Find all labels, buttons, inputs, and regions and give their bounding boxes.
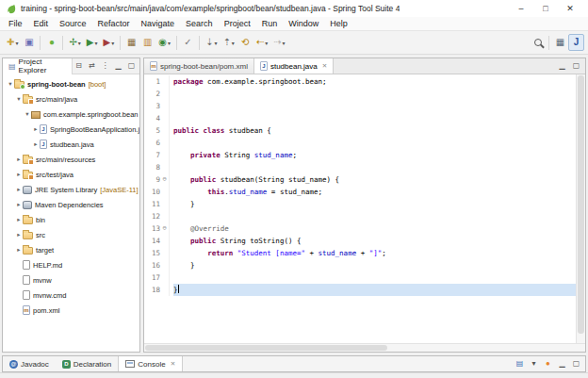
menu-source[interactable]: Source — [54, 18, 92, 29]
line-number[interactable]: 7 — [144, 149, 160, 161]
line-number[interactable]: 16 — [144, 259, 160, 271]
line-number[interactable]: 5 — [144, 124, 160, 137]
tree-item-studbean-java[interactable]: ▸Jstudbean.java — [3, 137, 139, 152]
run-button[interactable]: ▶▾ — [84, 34, 101, 51]
tree-item-com-example-springboot-bean[interactable]: ▾com.example.springboot.bean — [3, 107, 139, 122]
expand-twistie-icon[interactable]: ▸ — [15, 231, 23, 238]
menu-file[interactable]: File — [3, 18, 28, 29]
expand-twistie-icon[interactable]: ▸ — [15, 186, 23, 193]
code-line[interactable]: 2 — [144, 88, 576, 100]
menu-navigate[interactable]: Navigate — [136, 18, 181, 29]
tree-item-maven-dependencies[interactable]: ▸Maven Dependencies — [3, 197, 139, 212]
tree-item-bin[interactable]: ▸bin — [3, 212, 139, 227]
new-package-button[interactable]: ▥ — [139, 34, 155, 51]
line-number[interactable]: 3 — [144, 100, 160, 112]
code-line[interactable]: 15 return "Student [name=" + stud_name +… — [144, 247, 576, 259]
code-line[interactable]: 14 public String toString() { — [144, 235, 576, 247]
horizontal-scrollbar[interactable] — [144, 343, 585, 352]
tree-item-src-main-java[interactable]: ▾src/main/java — [3, 91, 139, 107]
link-with-editor-button[interactable]: ⇄ — [86, 60, 98, 73]
back-button[interactable]: ⇠▾ — [253, 34, 270, 51]
tree-item-mvnw[interactable]: mvnw — [3, 272, 139, 288]
open-perspective-button[interactable]: ▦ — [552, 34, 568, 51]
expand-twistie-icon[interactable]: ▸ — [15, 171, 23, 178]
minimize-button[interactable]: – — [509, 4, 533, 13]
horizontal-scrollbar-thumb[interactable] — [145, 345, 387, 351]
search-button[interactable] — [530, 34, 546, 51]
close-view-icon[interactable]: ✕ — [171, 360, 175, 368]
line-number[interactable]: 6 — [144, 137, 160, 149]
code-line[interactable]: 4 — [144, 112, 576, 124]
console-menu-button[interactable]: ▾ — [528, 358, 540, 370]
menu-project[interactable]: Project — [219, 18, 256, 29]
coverage-button[interactable]: ▶▾ — [101, 34, 118, 51]
save-button[interactable]: ▣ — [21, 34, 37, 51]
expand-twistie-icon[interactable]: ▸ — [15, 246, 23, 254]
view-tab-declaration[interactable]: DDeclaration — [56, 356, 118, 371]
vertical-scrollbar-thumb[interactable] — [578, 75, 584, 334]
fold-marker-icon[interactable]: ⊖ — [160, 222, 170, 235]
collapse-twistie-icon[interactable]: ▾ — [24, 110, 31, 118]
debug-button[interactable]: ✢▾ — [66, 34, 83, 51]
expand-twistie-icon[interactable]: ▸ — [32, 140, 40, 148]
minimize-view-button[interactable]: ▁ — [112, 60, 124, 73]
line-number[interactable]: 14 — [144, 235, 160, 247]
collapse-all-button[interactable]: ⊟ — [73, 60, 85, 73]
line-number[interactable]: 1 — [144, 75, 160, 88]
code-line[interactable]: 16 } — [144, 259, 576, 271]
tree-item-help-md[interactable]: HELP.md — [3, 257, 139, 272]
editor-tab-spring-boot-bean-pom-xml[interactable]: mspring-boot-bean/pom.xml — [144, 58, 254, 74]
code-editor[interactable]: 1package com.example.springboot.bean;234… — [144, 74, 576, 343]
menu-run[interactable]: Run — [256, 18, 284, 29]
maximize-panel-button[interactable]: ▢ — [570, 358, 582, 370]
expand-twistie-icon[interactable]: ▸ — [32, 125, 40, 133]
code-line[interactable]: 6 — [144, 137, 576, 149]
project-explorer-tab[interactable]: ▤ Project Explorer — [3, 58, 73, 74]
view-tab-console[interactable]: Console✕ — [118, 356, 183, 371]
line-number[interactable]: 4 — [144, 112, 160, 124]
line-number[interactable]: 13 — [144, 222, 160, 235]
menu-refactor[interactable]: Refactor — [92, 18, 136, 29]
expand-twistie-icon[interactable]: ▸ — [15, 201, 23, 208]
code-line[interactable]: 12 — [144, 210, 576, 222]
tree-item-mvnw-cmd[interactable]: mvnw.cmd — [3, 288, 139, 303]
fold-marker-icon[interactable]: ⊖ — [160, 173, 170, 186]
code-line[interactable]: 3 — [144, 100, 576, 112]
code-line[interactable]: 10 this.stud_name = stud_name; — [144, 186, 576, 198]
maximize-button[interactable]: □ — [533, 4, 558, 13]
minimize-editor-button[interactable]: ▁ — [556, 60, 568, 73]
line-number[interactable]: 17 — [144, 271, 160, 284]
line-number[interactable]: 12 — [144, 210, 160, 222]
code-line[interactable]: 7 private String stud_name; — [144, 149, 576, 161]
tree-item-src-test-java[interactable]: ▸src/test/java — [3, 167, 139, 182]
code-line[interactable]: 11 } — [144, 198, 576, 210]
boot-dashboard-button[interactable]: ● — [43, 34, 59, 51]
maximize-view-button[interactable]: ▢ — [125, 60, 138, 73]
line-number[interactable]: 15 — [144, 247, 160, 259]
code-line[interactable]: 8 — [144, 161, 576, 173]
menu-edit[interactable]: Edit — [28, 18, 55, 29]
tree-item-target[interactable]: ▸target — [3, 242, 139, 257]
code-line[interactable]: 13⊖ @Override — [144, 222, 576, 235]
menu-search[interactable]: Search — [180, 18, 219, 29]
code-line[interactable]: 17 — [144, 271, 576, 284]
line-number[interactable]: 9 — [144, 173, 160, 186]
java-perspective-button[interactable]: J — [568, 34, 584, 51]
collapse-twistie-icon[interactable]: ▾ — [15, 95, 23, 103]
new-wizard-button[interactable]: ✚▾ — [4, 34, 21, 51]
minimize-panel-button[interactable]: ▁ — [556, 358, 568, 370]
editor-tab-studbean-java[interactable]: Jstudbean.java✕ — [254, 58, 334, 74]
vertical-scrollbar[interactable] — [576, 74, 585, 343]
tree-item-src-main-resources[interactable]: ▸src/main/resources — [3, 152, 139, 167]
line-number[interactable]: 18 — [144, 284, 160, 296]
view-menu-button[interactable]: ⋮ — [99, 60, 111, 73]
open-task-button[interactable]: ✓ — [180, 34, 196, 51]
tree-item-spring-boot-bean[interactable]: ▾spring-boot-bean[boot] — [3, 76, 139, 91]
line-number[interactable]: 8 — [144, 161, 160, 173]
forward-button[interactable]: ⇢▾ — [270, 34, 287, 51]
tree-item-springbootbeanapplication-java[interactable]: ▸JSpringBootBeanApplication.java — [3, 122, 139, 137]
next-annotation-button[interactable]: ⇣▾ — [203, 34, 220, 51]
line-number[interactable]: 10 — [144, 186, 160, 198]
collapse-twistie-icon[interactable]: ▾ — [7, 80, 14, 88]
new-java-project-button[interactable]: ▦ — [123, 34, 139, 51]
